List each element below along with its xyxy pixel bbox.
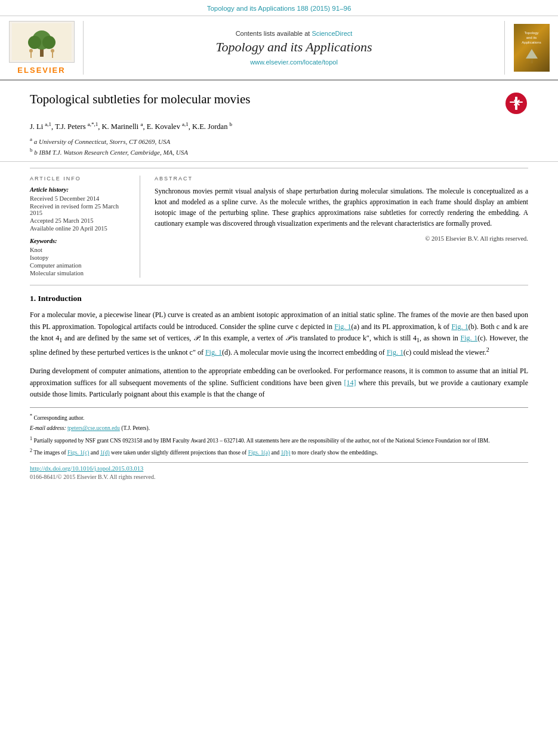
article-info-col: ARTICLE INFO Article history: Received 5… [30, 176, 140, 278]
svg-rect-1 [40, 48, 44, 57]
elsevier-brand-text: ELSEVIER [17, 66, 65, 75]
journal-header: ELSEVIER Contents lists available at Sci… [0, 16, 558, 81]
doi-anchor[interactable]: http://dx.doi.org/10.1016/j.topol.2015.0… [30, 465, 143, 472]
fig1a-ref[interactable]: Fig. 1 [334, 322, 351, 331]
footnote-2: 2 The images of Figs. 1(c) and 1(d) were… [30, 447, 528, 457]
issn-line: 0166-8641/© 2015 Elsevier B.V. All right… [30, 474, 528, 480]
journal-header-link[interactable]: Topology and its Applications 188 (2015)… [207, 5, 352, 12]
two-col-section: ARTICLE INFO Article history: Received 5… [30, 168, 528, 285]
fig1d-fn-ref[interactable]: 1(d) [100, 450, 110, 456]
fig1b-fn-ref[interactable]: 1(b) [281, 450, 291, 456]
elsevier-image [9, 21, 75, 63]
keyword-0: Knot [30, 247, 131, 253]
abstract-label: ABSTRACT [155, 176, 528, 182]
article-body: ARTICLE INFO Article history: Received 5… [0, 168, 558, 285]
svg-point-4 [42, 36, 56, 49]
svg-point-5 [29, 49, 33, 53]
page-wrapper: Topology and its Applications 188 (2015)… [0, 0, 558, 756]
affiliation-a: a a University of Connecticut, Storrs, C… [30, 136, 528, 145]
svg-marker-10 [526, 49, 538, 59]
keyword-3: Molecular simulation [30, 270, 131, 276]
affiliation-b: b b IBM T.J. Watson Research Center, Cam… [30, 147, 528, 156]
authors-line: J. Li a,1, T.J. Peters a,*,1, K. Marinel… [30, 121, 528, 131]
fig1c-ref[interactable]: Fig. 1 [460, 334, 477, 342]
history-label: Article history: [30, 186, 131, 193]
article-header: Topological subtleties for molecular mov… [0, 81, 558, 162]
journal-thumbnail: Topology and its Applications [514, 24, 550, 72]
footnote-email: E-mail address: tpeters@cse.uconn.edu (T… [30, 425, 528, 432]
abstract-col: ABSTRACT Synchronous movies permit visua… [152, 176, 528, 278]
thumb-line2: and its [526, 36, 537, 41]
article-info-label: ARTICLE INFO [30, 176, 131, 182]
top-bar: Topology and its Applications 188 (2015)… [0, 0, 558, 16]
bottom-doi: http://dx.doi.org/10.1016/j.topol.2015.0… [30, 462, 528, 480]
footnote-star: * Corresponding author. [30, 413, 528, 422]
fig1a-fn-ref[interactable]: Figs. 1(a) [248, 450, 270, 456]
article-title-row: Topological subtleties for molecular mov… [30, 91, 528, 115]
journal-url[interactable]: www.elsevier.com/locate/topol [250, 59, 338, 66]
fig1c-ref2[interactable]: Fig. 1 [387, 348, 403, 357]
fig1c-fn-ref[interactable]: Figs. 1(c) [67, 450, 89, 456]
history-item-2: Accepted 25 March 2015 [30, 217, 131, 224]
svg-rect-14 [515, 97, 517, 110]
footnotes-section: * Corresponding author. E-mail address: … [30, 407, 528, 457]
svg-rect-9 [531, 59, 533, 63]
fig1d-ref[interactable]: Fig. 1 [205, 348, 222, 357]
intro-paragraph-1: For a molecular movie, a piecewise linea… [30, 309, 528, 358]
main-content: 1. Introduction For a molecular movie, a… [0, 285, 558, 400]
journal-title-header: Topology and its Applications [215, 39, 372, 55]
svg-point-7 [51, 49, 54, 53]
svg-point-3 [28, 36, 41, 49]
fig1b-ref[interactable]: Fig. 1 [451, 322, 468, 331]
sciencedirect-link[interactable]: ScienceDirect [312, 30, 352, 37]
keyword-1: Isotopy [30, 254, 131, 261]
email-label: E-mail address: [30, 425, 66, 431]
keyword-2: Computer animation [30, 262, 131, 269]
keywords-label: Keywords: [30, 238, 131, 244]
history-item-0: Received 5 December 2014 [30, 195, 131, 202]
email-link[interactable]: tpeters@cse.uconn.edu [67, 425, 120, 431]
copyright-line: © 2015 Elsevier B.V. All rights reserved… [155, 235, 528, 242]
footnote-1: 1 Partially supported by NSF grant CNS 0… [30, 435, 528, 445]
thumb-line1: Topology [524, 31, 538, 36]
history-item-1: Received in revised form 25 March 2015 [30, 203, 131, 216]
elsevier-logo: ELSEVIER [6, 21, 84, 75]
journal-center: Contents lists available at ScienceDirec… [84, 21, 504, 75]
cite-14[interactable]: [14] [344, 379, 356, 387]
affiliations: a a University of Connecticut, Storrs, C… [30, 136, 528, 155]
intro-paragraph-2: During development of computer animation… [30, 365, 528, 400]
intro-heading: 1. Introduction [30, 294, 528, 303]
doi-link[interactable]: http://dx.doi.org/10.1016/j.topol.2015.0… [30, 465, 528, 472]
journal-right: Topology and its Applications [504, 21, 552, 75]
abstract-text: Synchronous movies permit visual analysi… [155, 186, 528, 229]
crossmark-logo[interactable]: ✕ [504, 91, 528, 115]
contents-line: Contents lists available at ScienceDirec… [236, 30, 353, 37]
history-item-3: Available online 20 April 2015 [30, 225, 131, 232]
thumb-line3: Applications [522, 41, 541, 45]
article-title: Topological subtleties for molecular mov… [30, 91, 492, 107]
